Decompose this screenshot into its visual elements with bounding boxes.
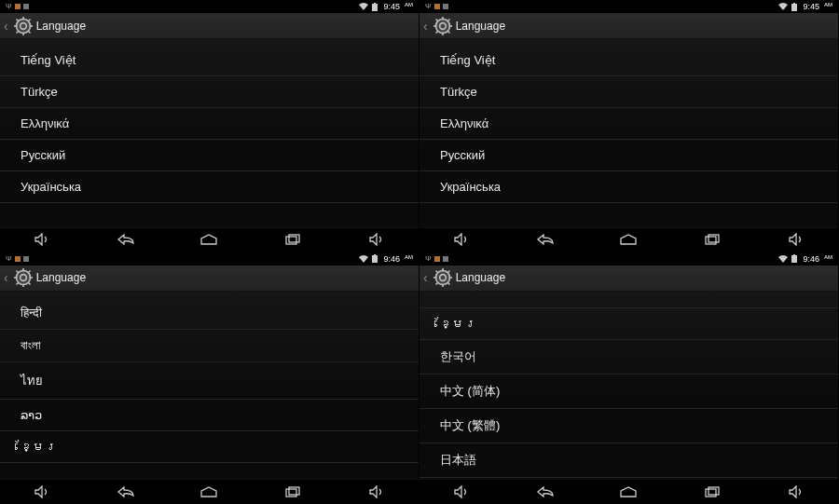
- recent-apps-button[interactable]: [694, 230, 731, 249]
- volume-down-button[interactable]: [443, 483, 480, 501]
- page-title: Language: [36, 271, 86, 284]
- volume-down-button[interactable]: [443, 230, 480, 249]
- list-item[interactable]: Tiếng Việt: [420, 45, 838, 76]
- list-item[interactable]: Українська: [420, 171, 838, 203]
- status-ampm: AM: [405, 254, 413, 260]
- svg-line-25: [447, 19, 450, 21]
- navigation-bar: [420, 479, 838, 503]
- list-item[interactable]: Ελληνικά: [420, 108, 838, 140]
- list-item[interactable]: 日本語: [420, 443, 838, 478]
- navigation-bar: [0, 479, 419, 503]
- list-item[interactable]: 中文 (简体): [420, 375, 838, 409]
- battery-icon: [791, 3, 797, 11]
- wifi-icon: [359, 255, 368, 263]
- settings-gear-icon: [433, 17, 452, 35]
- back-button[interactable]: [527, 483, 564, 501]
- svg-line-37: [28, 282, 31, 285]
- svg-rect-29: [374, 254, 376, 255]
- list-item[interactable]: বাংলা: [0, 330, 419, 362]
- svg-line-53: [447, 271, 450, 274]
- recent-apps-button[interactable]: [274, 230, 311, 249]
- back-chevron-icon[interactable]: ‹: [423, 271, 428, 284]
- svg-rect-0: [372, 4, 378, 11]
- usb-icon: Ψ: [425, 0, 432, 13]
- recent-apps-button[interactable]: [694, 483, 731, 501]
- home-button[interactable]: [190, 230, 227, 249]
- battery-icon: [791, 254, 797, 263]
- status-dot-icon: [434, 256, 440, 262]
- list-item[interactable]: ខ្មែរ: [420, 308, 838, 340]
- list-item[interactable]: Ελληνικά: [0, 108, 419, 140]
- list-item[interactable]: ລາວ: [0, 400, 419, 431]
- status-left: Ψ: [6, 252, 29, 266]
- header[interactable]: ‹ Language: [420, 13, 838, 39]
- status-dot-icon: [434, 4, 440, 9]
- volume-up-button[interactable]: [777, 230, 815, 249]
- list-item[interactable]: Русский: [0, 140, 419, 171]
- status-ampm: AM: [824, 254, 832, 260]
- status-dot-icon: [15, 256, 21, 262]
- page-title: Language: [36, 20, 86, 33]
- svg-line-10: [16, 31, 19, 34]
- volume-up-button[interactable]: [777, 483, 815, 501]
- svg-line-51: [447, 282, 450, 285]
- volume-up-button[interactable]: [358, 230, 395, 249]
- home-button[interactable]: [610, 230, 647, 249]
- battery-icon: [372, 254, 378, 263]
- list-item[interactable]: Türkçe: [420, 76, 838, 108]
- home-button[interactable]: [190, 483, 227, 501]
- wifi-icon: [359, 3, 368, 10]
- page-title: Language: [456, 271, 505, 284]
- status-dot-icon: [23, 4, 29, 9]
- volume-up-button[interactable]: [358, 483, 395, 501]
- back-button[interactable]: [107, 483, 144, 501]
- status-time: 9:46: [803, 254, 819, 264]
- svg-rect-28: [372, 255, 378, 263]
- wifi-icon: [778, 255, 788, 263]
- volume-down-button[interactable]: [23, 483, 61, 501]
- list-item[interactable]: ខ្មែរ: [0, 431, 419, 463]
- settings-gear-icon: [433, 268, 452, 287]
- list-item[interactable]: Türkçe: [0, 76, 419, 108]
- header[interactable]: ‹ Language: [0, 13, 419, 39]
- svg-rect-27: [708, 235, 719, 242]
- language-list: Tiếng Việt Türkçe Ελληνικά Русский Украї…: [0, 39, 419, 227]
- list-item[interactable]: 한국어: [420, 340, 838, 375]
- back-chevron-icon[interactable]: ‹: [423, 20, 428, 33]
- status-time: 9:45: [383, 2, 400, 11]
- list-item[interactable]: 中文 (繁體): [420, 409, 838, 443]
- list-item[interactable]: [420, 297, 838, 308]
- navigation-bar: [0, 227, 419, 252]
- home-button[interactable]: [610, 483, 647, 501]
- svg-rect-42: [791, 255, 797, 263]
- header[interactable]: ‹ Language: [0, 266, 419, 292]
- header[interactable]: ‹ Language: [420, 266, 838, 292]
- list-item[interactable]: ไทย: [0, 362, 419, 400]
- list-item[interactable]: Русский: [420, 140, 838, 171]
- status-ampm: AM: [824, 2, 832, 7]
- volume-down-button[interactable]: [23, 230, 61, 249]
- back-button[interactable]: [527, 230, 564, 249]
- svg-line-23: [447, 31, 450, 34]
- status-time: 9:46: [383, 254, 400, 264]
- back-chevron-icon[interactable]: ‹: [4, 271, 8, 284]
- svg-line-36: [16, 271, 19, 274]
- svg-rect-41: [289, 487, 299, 495]
- status-dot-icon: [15, 4, 21, 9]
- status-time: 9:45: [803, 2, 819, 11]
- usb-icon: Ψ: [6, 0, 12, 13]
- language-settings-screen: Ψ 9:46 AM ‹ Language ខ្មែរ 한국어 中文 (简体) 中…: [420, 252, 839, 505]
- list-item[interactable]: Tiếng Việt: [0, 45, 419, 76]
- list-item[interactable]: Українська: [0, 171, 419, 203]
- recent-apps-button[interactable]: [274, 483, 311, 501]
- status-bar: 9:45 AM: [420, 0, 838, 13]
- list-item[interactable]: हिन्दी: [0, 297, 419, 330]
- status-bar: 9:46 AM: [0, 252, 419, 266]
- status-left: Ψ: [425, 252, 448, 266]
- svg-rect-14: [791, 4, 797, 11]
- svg-line-8: [16, 19, 19, 21]
- back-button[interactable]: [107, 230, 144, 249]
- language-settings-screen: Ψ 9:45 AM ‹ Language Tiếng Việt Türkçe Ε…: [420, 0, 839, 252]
- wifi-icon: [778, 3, 788, 10]
- back-chevron-icon[interactable]: ‹: [4, 20, 8, 33]
